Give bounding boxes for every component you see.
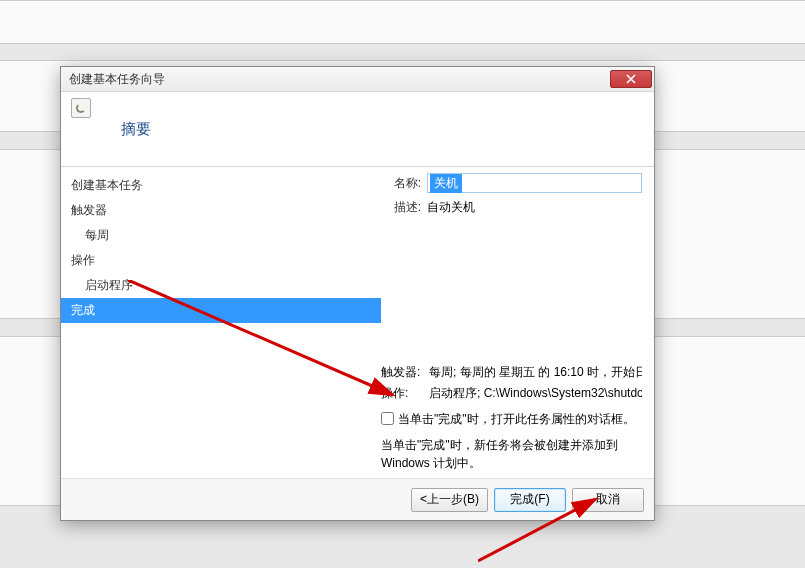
trigger-row: 触发器: 每周; 每周的 星期五 的 16:10 时，开始日期: 2020 [381,364,642,381]
titlebar[interactable]: 创建基本任务向导 [61,67,654,92]
page-title: 摘要 [121,120,151,139]
desc-value: 自动关机 [427,199,475,216]
wizard-header: 摘要 [61,92,654,167]
wizard-sidebar: 创建基本任务 触发器 每周 操作 启动程序 完成 [61,167,381,478]
finish-button[interactable]: 完成(F) [494,488,566,512]
sidebar-item-trigger[interactable]: 触发器 [61,198,381,223]
trigger-label: 触发器: [381,364,429,381]
desc-row: 描述: 自动关机 [381,199,642,216]
main-panel: 名称: 关机 描述: 自动关机 触发器: 每周; 每周的 星期五 的 16:10… [381,167,654,478]
open-properties-row: 当单击"完成"时，打开此任务属性的对话框。 [381,410,642,428]
wizard-footer: <上一步(B) 完成(F) 取消 [61,478,654,520]
sidebar-item-finish[interactable]: 完成 [61,298,381,323]
open-properties-label: 当单击"完成"时，打开此任务属性的对话框。 [398,410,635,428]
name-value: 关机 [430,174,462,193]
action-row: 操作: 启动程序; C:\Windows\System32\shutdown.e… [381,385,642,402]
name-row: 名称: 关机 [381,173,642,193]
trigger-value: 每周; 每周的 星期五 的 16:10 时，开始日期: 2020 [429,364,642,381]
open-properties-checkbox[interactable] [381,412,394,425]
name-field[interactable]: 关机 [427,173,642,193]
sidebar-item-action[interactable]: 操作 [61,248,381,273]
name-label: 名称: [381,175,421,192]
finish-note: 当单击"完成"时，新任务将会被创建并添加到 Windows 计划中。 [381,436,642,472]
bg-row-1 [0,0,805,44]
cancel-button[interactable]: 取消 [572,488,644,512]
content-area: 创建基本任务 触发器 每周 操作 启动程序 完成 名称: 关机 描述: 自动关机… [61,167,654,478]
window-title: 创建基本任务向导 [69,71,610,88]
back-button[interactable]: <上一步(B) [411,488,488,512]
sidebar-item-create-task[interactable]: 创建基本任务 [61,173,381,198]
sidebar-item-start-program[interactable]: 启动程序 [61,273,381,298]
close-button[interactable] [610,70,652,88]
close-icon [626,74,636,84]
action-label: 操作: [381,385,429,402]
action-value: 启动程序; C:\Windows\System32\shutdown.exe [429,385,642,402]
wizard-icon [71,98,91,118]
wizard-window: 创建基本任务向导 摘要 创建基本任务 触发器 每周 操作 启动程序 完成 名称:… [60,66,655,521]
desc-label: 描述: [381,199,421,216]
summary-block: 触发器: 每周; 每周的 星期五 的 16:10 时，开始日期: 2020 操作… [381,364,642,472]
sidebar-item-weekly[interactable]: 每周 [61,223,381,248]
